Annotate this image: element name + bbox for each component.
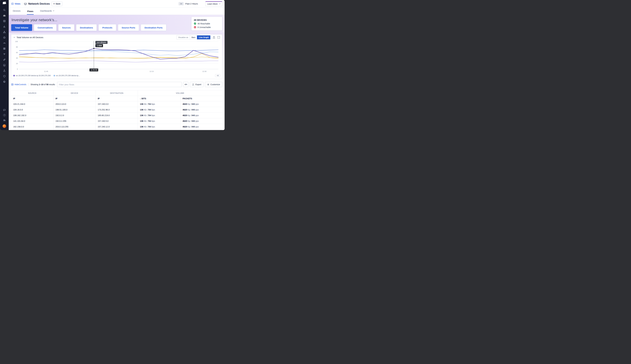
hide-controls-icon [11, 83, 14, 86]
table-row[interactable]: 198.41.128.0198.51.100.25531.13.68.0136 … [11, 130, 222, 130]
table-row[interactable]: 103.21.244.0203.0.113.0157.240.0.0136 Kb… [11, 101, 222, 107]
app-window: ? Views Network Devices + Save 2d Past 2… [0, 0, 225, 130]
table-group-header: SOURCE DEVICE DESTINATION VOLUME [11, 90, 222, 96]
table-row[interactable]: 141.101.64.0192.0.2.255157.240.5.0136 Kb… [11, 118, 222, 124]
reachable-row: 40 Reachable [194, 22, 220, 25]
fullscreen-icon[interactable] [217, 36, 220, 38]
table-row[interactable]: 104.16.0.0198.51.100.0173.252.96.0136 Kb… [11, 107, 222, 113]
table-column-header: IP IP IP ↓BITS PACKETS [11, 96, 222, 101]
integrations-icon[interactable] [3, 47, 6, 50]
watchdog-icon[interactable] [3, 14, 6, 17]
bars-button[interactable]: Bars [190, 36, 197, 39]
views-button[interactable]: Views [11, 2, 20, 5]
flows-table: SOURCE DEVICE DESTINATION VOLUME IP IP I… [11, 90, 222, 130]
col-destination-ip[interactable]: IP [96, 96, 138, 101]
tab-flows[interactable]: Flows [27, 10, 34, 15]
controls-row: HideControls Showing 1–10 of 50 results … [11, 82, 222, 87]
save-button[interactable]: + Save [52, 2, 62, 6]
views-icon [11, 2, 14, 5]
export-button[interactable]: Export [190, 82, 203, 87]
hero-pill-source-ports[interactable]: Source Ports [118, 24, 139, 31]
datadog-logo-icon[interactable] [2, 1, 7, 6]
page-title-wrap: Network Devices [24, 2, 50, 5]
dashboards-icon[interactable] [3, 42, 6, 44]
line-chart[interactable]: 02040608010011:4512:1512:30 [13, 40, 220, 73]
hero-pill-total-volume[interactable]: Total Volume [11, 24, 32, 31]
learn-more-button[interactable]: Learn More [205, 1, 222, 6]
logs-icon[interactable] [3, 64, 6, 66]
hero-pills: Total VolumeConversationsSourcesDestinat… [11, 24, 222, 31]
chevron-down-icon [219, 3, 220, 4]
collapse-chevron-icon[interactable] [13, 36, 15, 38]
events-icon[interactable] [3, 20, 6, 22]
chart-legend: src:19.200.270.250 device-ip:19.200.270.… [11, 73, 222, 79]
metrics-icon[interactable] [3, 25, 6, 28]
service-map-icon[interactable] [3, 31, 6, 34]
people-icon[interactable] [3, 119, 6, 122]
hero-pill-sources[interactable]: Sources [58, 24, 74, 31]
svg-text:100: 100 [15, 41, 18, 42]
flows-table-body: 103.21.244.0203.0.113.0157.240.0.0136 Kb… [11, 101, 222, 130]
main-area: Views Network Devices + Save 2d Past 2 H… [9, 0, 225, 130]
time-badge[interactable]: 2d [179, 2, 183, 5]
topbar-divider [22, 2, 22, 5]
legend-item[interactable]: src:19.200.270.250 device-ip:19.200.270.… [13, 74, 51, 77]
legend-more-button[interactable]: +8 [215, 74, 220, 77]
chart-plot[interactable]: 02040608010011:4512:1512:30 sum:@bytes 2… [11, 40, 222, 73]
table-row[interactable]: 162.158.0.0203.0.113.255157.240.12.0136 … [11, 124, 222, 130]
chevron-down-icon [53, 10, 54, 11]
gear-icon [207, 84, 209, 86]
hero-section: Investigate your network’s... Total Volu… [9, 15, 225, 32]
svg-text:40: 40 [16, 57, 18, 59]
line-graph-button[interactable]: Line Graph [197, 36, 210, 39]
sidebar-nav [3, 9, 6, 83]
legend-swatch [54, 75, 55, 76]
search-icon[interactable] [3, 9, 6, 11]
col-source-ip[interactable]: IP [11, 96, 54, 101]
customize-button[interactable]: Customize [205, 82, 222, 87]
svg-text:20: 20 [16, 63, 18, 64]
time-range-label[interactable]: Past 2 Hours [185, 2, 198, 5]
chart-title: Total Volume on All Devices [17, 36, 43, 38]
col-packets[interactable]: PACKETS [180, 96, 222, 101]
legend-item[interactable]: src:19.200.270.250 device-ip… [54, 74, 80, 77]
group-source: SOURCE [11, 90, 54, 96]
hero-pill-destination-ports[interactable]: Destination Ports [141, 24, 166, 31]
devices-count: 48 DEVICES [194, 19, 220, 21]
col-bits[interactable]: ↓BITS [138, 96, 181, 101]
flows-filter-input[interactable] [57, 82, 182, 87]
group-destination: DESTINATION [96, 90, 138, 96]
views-label: Views [15, 2, 20, 5]
svg-text:11:45: 11:45 [44, 70, 48, 72]
group-device: DEVICE [54, 90, 96, 96]
monitors-icon[interactable] [3, 36, 6, 39]
security-icon[interactable] [3, 75, 6, 78]
content: Investigate your network’s... Total Volu… [9, 15, 225, 130]
tab-dashboards[interactable]: Dashboards [40, 10, 55, 15]
hero-pill-destinations[interactable]: Destinations [76, 24, 97, 31]
export-chart-icon[interactable] [213, 36, 215, 38]
chart-header: Total Volume on All Devices Visualize as… [11, 34, 222, 40]
plus-icon: + [54, 2, 55, 5]
tab-devices[interactable]: Devices [13, 10, 21, 15]
ci-icon[interactable] [3, 69, 6, 72]
workflows-icon[interactable] [3, 80, 6, 83]
hide-controls-button[interactable]: HideControls [11, 83, 26, 86]
svg-text:0: 0 [17, 68, 18, 70]
hero-pill-conversations[interactable]: Conversations [34, 24, 57, 31]
check-circle-icon [194, 22, 196, 25]
table-row[interactable]: 108.162.192.0192.0.2.0185.60.219.0136 Kb… [11, 113, 222, 118]
svg-text:80: 80 [16, 46, 18, 48]
visualize-as-label: Visualize as [177, 36, 190, 39]
processes-icon[interactable] [3, 53, 6, 56]
col-device-ip[interactable]: IP [54, 96, 96, 101]
chat-icon[interactable] [3, 109, 6, 111]
help-icon[interactable]: ? [3, 114, 6, 116]
query-syntax-button[interactable]: </> [183, 82, 188, 87]
svg-text:12:30: 12:30 [202, 70, 207, 72]
legend-swatch [13, 75, 15, 76]
hero-pill-protocols[interactable]: Protocols [99, 24, 116, 31]
user-avatar[interactable] [3, 124, 6, 128]
hero-heading: Investigate your network’s... [12, 18, 222, 22]
network-icon[interactable] [3, 58, 6, 61]
